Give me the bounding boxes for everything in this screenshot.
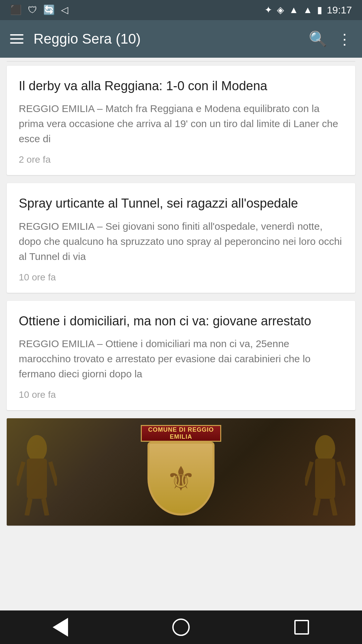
coat-shield: ⚜ bbox=[147, 442, 215, 516]
send-icon: ◁ bbox=[61, 5, 68, 15]
news-time-1: 2 ore fa bbox=[19, 154, 343, 165]
news-card-3[interactable]: Ottiene i domiciliari, ma non ci va: gio… bbox=[7, 301, 355, 410]
app-bar-actions: 🔍 ⋮ bbox=[309, 30, 352, 48]
screen-icon: ⬛ bbox=[10, 5, 22, 15]
top-separator bbox=[7, 61, 355, 62]
sync-icon: 🔄 bbox=[43, 5, 55, 15]
coat-of-arms: COMUNE DI REGGIO EMILIA ⚜ bbox=[137, 428, 225, 516]
right-figure-icon bbox=[305, 428, 345, 516]
svg-line-9 bbox=[339, 462, 345, 485]
svg-line-3 bbox=[50, 462, 57, 485]
coat-banner-text: COMUNE DI REGGIO EMILIA bbox=[142, 426, 220, 440]
left-figure-icon bbox=[17, 428, 57, 516]
svg-rect-7 bbox=[315, 459, 335, 499]
svg-line-4 bbox=[27, 499, 30, 516]
news-time-2: 10 ore fa bbox=[19, 272, 343, 283]
news-title-3: Ottiene i domiciliari, ma non ci va: gio… bbox=[19, 313, 343, 329]
news-title-2: Spray urticante al Tunnel, sei ragazzi a… bbox=[19, 195, 343, 212]
image-overlay: COMUNE DI REGGIO EMILIA ⚜ bbox=[7, 418, 355, 526]
svg-line-5 bbox=[44, 499, 47, 516]
battery-icon: ▮ bbox=[317, 5, 322, 15]
menu-button[interactable] bbox=[10, 34, 23, 44]
svg-line-11 bbox=[332, 499, 335, 516]
coat-banner: COMUNE DI REGGIO EMILIA bbox=[141, 425, 221, 442]
svg-rect-1 bbox=[27, 459, 47, 499]
app-title: Reggio Sera (10) bbox=[34, 31, 299, 47]
svg-line-8 bbox=[305, 462, 312, 485]
news-summary-1: REGGIO EMILIA – Match fra Reggiana e Mod… bbox=[19, 101, 343, 146]
svg-point-6 bbox=[315, 435, 335, 462]
home-icon bbox=[172, 619, 190, 636]
more-options-button[interactable]: ⋮ bbox=[337, 31, 352, 48]
svg-line-10 bbox=[315, 499, 318, 516]
status-bar-left-icons: ⬛ 🛡 🔄 ◁ bbox=[10, 5, 68, 15]
bottom-nav-bar bbox=[0, 610, 362, 644]
svg-line-2 bbox=[17, 462, 23, 485]
news-summary-3: REGGIO EMILIA – Ottiene i domiciliari ma… bbox=[19, 336, 343, 381]
status-time: 19:17 bbox=[327, 4, 352, 16]
home-button[interactable] bbox=[168, 614, 194, 641]
wifi-icon: ◈ bbox=[277, 5, 284, 15]
signal2-icon: ▲ bbox=[303, 5, 312, 15]
shield-icon: 🛡 bbox=[28, 5, 37, 15]
news-card-1[interactable]: Il derby va alla Reggiana: 1-0 con il Mo… bbox=[7, 66, 355, 175]
image-card-4[interactable]: COMUNE DI REGGIO EMILIA ⚜ bbox=[7, 418, 355, 526]
svg-point-0 bbox=[27, 435, 47, 462]
status-bar-right-icons: ✦ ◈ ▲ ▲ ▮ 19:17 bbox=[264, 4, 352, 16]
news-summary-2: REGGIO EMILIA – Sei giovani sono finiti … bbox=[19, 219, 343, 264]
news-feed: Il derby va alla Reggiana: 1-0 con il Mo… bbox=[0, 58, 362, 610]
news-time-3: 10 ore fa bbox=[19, 389, 343, 400]
status-bar: ⬛ 🛡 🔄 ◁ ✦ ◈ ▲ ▲ ▮ 19:17 bbox=[0, 0, 362, 20]
recents-icon bbox=[294, 620, 309, 635]
app-bar: Reggio Sera (10) 🔍 ⋮ bbox=[0, 20, 362, 58]
signal1-icon: ▲ bbox=[289, 5, 298, 15]
bluetooth-icon: ✦ bbox=[264, 5, 272, 15]
news-card-2[interactable]: Spray urticante al Tunnel, sei ragazzi a… bbox=[7, 183, 355, 292]
news-title-1: Il derby va alla Reggiana: 1-0 con il Mo… bbox=[19, 78, 343, 94]
search-button[interactable]: 🔍 bbox=[309, 30, 327, 48]
back-button[interactable] bbox=[47, 614, 74, 641]
recents-button[interactable] bbox=[288, 614, 315, 641]
back-icon bbox=[53, 618, 68, 637]
